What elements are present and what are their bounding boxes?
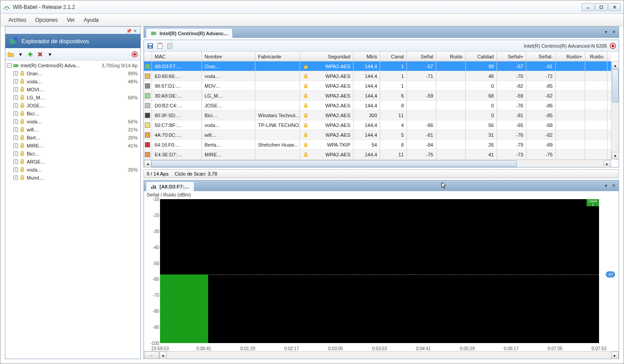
tree-item[interactable]: +Bici… xyxy=(5,110,140,118)
lock-icon xyxy=(19,70,25,77)
expand-icon[interactable]: + xyxy=(13,143,18,148)
menu-ayuda[interactable]: Ayuda xyxy=(79,15,103,25)
grid-row[interactable]: 30:A9:DE:… LG_M… WPA2-AES 144,4 6 -59 68… xyxy=(144,91,611,101)
grid-hscrollbar[interactable]: ◂ ▸ xyxy=(144,160,611,167)
menu-ver[interactable]: Ver xyxy=(62,15,79,25)
minimize-button[interactable] xyxy=(582,3,594,11)
grid-header-seguridad[interactable]: Seguridad xyxy=(300,52,353,61)
adapter-tab[interactable]: Intel(R) Centrino(R) Advanc... xyxy=(146,28,233,38)
tree-root[interactable]: − Intel(R) Centrino(R) Adva... 3,78Seg 9… xyxy=(5,61,140,70)
expand-icon[interactable]: + xyxy=(13,135,18,140)
expand-icon[interactable]: + xyxy=(13,176,18,180)
tree-item[interactable]: +Mund… xyxy=(5,174,140,182)
tab-dropdown-icon[interactable]: ▾ xyxy=(603,29,609,35)
dropdown-icon[interactable]: ▾ xyxy=(17,51,24,58)
expand-icon[interactable]: + xyxy=(13,103,18,108)
tree-item[interactable]: +ARGE… xyxy=(5,158,140,166)
grid-row[interactable]: 98:97:D1:… MOV… WPA2-AES 144,4 1 0 -82 -… xyxy=(144,81,611,91)
expand-icon[interactable]: + xyxy=(13,127,18,132)
tree-item[interactable]: +voda…26% xyxy=(5,166,140,174)
tree-item[interactable]: +MOVI… xyxy=(5,86,140,94)
svg-rect-27 xyxy=(21,169,24,172)
scroll-right-icon[interactable]: ▸ xyxy=(603,160,611,168)
device-tree[interactable]: − Intel(R) Centrino(R) Adva... 3,78Seg 9… xyxy=(5,61,140,359)
vscroll-thumb[interactable] xyxy=(612,69,619,102)
record-icon[interactable] xyxy=(131,51,138,57)
grid-row[interactable]: 80:3F:5D:… Bici… Winstars Technol... WPA… xyxy=(144,110,611,120)
grid-row[interactable]: D0:B2:C4:… JOSE… WPA2-AES 144,4 8 0 -76 … xyxy=(144,101,611,110)
hscroll-thumb[interactable] xyxy=(152,160,517,167)
tree-item[interactable]: +voda…56% xyxy=(5,118,140,126)
clipboard-icon[interactable] xyxy=(156,42,164,49)
chart-tab[interactable]: [A8:D3:F7:… xyxy=(146,181,194,191)
save-icon[interactable] xyxy=(147,42,154,49)
grid-header-mbs[interactable]: Mb/s xyxy=(353,52,380,61)
grid-row[interactable]: A8:D3:F7:… Oran… WPA2-AES 144,4 1 -57 99… xyxy=(144,61,611,71)
tree-item[interactable]: +JOSE… xyxy=(5,102,140,110)
grid-header-canal[interactable]: Canal xyxy=(380,52,407,61)
lock-icon xyxy=(19,110,25,117)
tree-item[interactable]: +voda…48% xyxy=(5,78,140,86)
grid-header-senal[interactable]: Señal xyxy=(407,52,436,61)
chart-hscrollbar[interactable]: − ◂ ▸ xyxy=(144,351,619,359)
menu-opciones[interactable]: Opciones xyxy=(31,15,62,25)
expand-icon[interactable]: + xyxy=(13,87,18,92)
add-icon[interactable] xyxy=(27,51,34,58)
grid-header-mac[interactable]: MAC xyxy=(152,52,202,61)
tab-close-icon[interactable]: ✕ xyxy=(611,29,617,35)
grid-row[interactable]: E4:3E:D7:… MIRE… WPA2-AES 144,4 11 -75 4… xyxy=(144,150,611,160)
expand-icon[interactable]: + xyxy=(13,71,18,76)
panel-close-icon[interactable]: ✕ xyxy=(133,29,139,34)
chart-canvas[interactable]: -57 Canal 1 -10-20-30-40-50-60-70-80-90-… xyxy=(146,199,617,351)
expand-icon[interactable]: + xyxy=(13,151,18,156)
chart-tab-close-icon[interactable]: ✕ xyxy=(611,182,617,188)
expand-icon[interactable]: + xyxy=(13,95,18,100)
scroll-left-icon[interactable]: ◂ xyxy=(144,160,152,168)
pin-icon[interactable]: 📌 xyxy=(126,29,131,34)
chart-scroll-left-icon[interactable]: ◂ xyxy=(159,352,167,359)
menu-archivo[interactable]: Archivo xyxy=(4,15,31,25)
grid-body[interactable]: A8:D3:F7:… Oran… WPA2-AES 144,4 1 -57 99… xyxy=(144,61,611,160)
expand-icon[interactable]: + xyxy=(13,119,18,124)
scroll-up-icon[interactable]: ▴ xyxy=(612,61,619,69)
tree-item[interactable]: +wifi…31% xyxy=(5,126,140,134)
chart-scroll-right-icon[interactable]: ▸ xyxy=(611,352,619,359)
chart-tab-dropdown-icon[interactable]: ▾ xyxy=(603,182,609,188)
grid-row[interactable]: 4A:70:0C:… wifi… WPA2-AES 144,4 5 -81 31… xyxy=(144,130,611,140)
expand-icon[interactable]: + xyxy=(13,168,18,172)
grid-header-nombre[interactable]: Nombre xyxy=(202,52,255,61)
grid-header-ruidop[interactable]: Ruido+ xyxy=(556,52,585,61)
tree-item[interactable]: +Oran…99% xyxy=(5,70,140,78)
explorer-toolbar: ▾ ▾ xyxy=(5,48,140,61)
folder-icon[interactable] xyxy=(7,51,14,58)
grid-header-fabricante[interactable]: Fabricante xyxy=(255,52,300,61)
grid-header-senalm[interactable]: Señal- xyxy=(526,52,556,61)
document-icon[interactable] xyxy=(166,42,173,49)
grid-vscrollbar[interactable]: ▴ ▾ xyxy=(611,61,619,160)
grid-header-ruido[interactable]: Ruido xyxy=(436,52,466,61)
record-icon[interactable] xyxy=(610,43,616,49)
grid-row[interactable]: 50:C7:BF:… voda… TP-LINK TECHNO... WPA2-… xyxy=(144,120,611,130)
maximize-button[interactable] xyxy=(595,3,608,11)
expand-icon[interactable]: + xyxy=(13,160,18,164)
grid-header-calidad[interactable]: Calidad xyxy=(466,52,497,61)
tree-item[interactable]: +LG_M…68% xyxy=(5,94,140,102)
dropdown2-icon[interactable]: ▾ xyxy=(46,51,53,58)
grid-row[interactable]: E0:60:66:… voda… WPA2-AES 144,4 1 -71 48… xyxy=(144,71,611,81)
expand-icon[interactable]: + xyxy=(13,79,18,84)
expand-icon[interactable]: + xyxy=(13,111,18,116)
svg-rect-29 xyxy=(151,32,156,35)
chart-zoom-minus-icon[interactable]: − xyxy=(144,352,159,359)
close-button[interactable] xyxy=(608,3,621,11)
current-signal-line xyxy=(160,274,599,275)
scroll-down-icon[interactable]: ▾ xyxy=(612,152,619,160)
collapse-icon[interactable]: − xyxy=(7,63,12,68)
tree-item[interactable]: +Bert…26% xyxy=(5,134,140,142)
grid-header-ruidom[interactable]: Ruido- xyxy=(585,52,608,61)
grid-row[interactable]: 64:16:F0:… Berta… Shehzhen Huaw... WPA-T… xyxy=(144,140,611,150)
grid-header-color[interactable] xyxy=(144,52,152,61)
grid-header-senalp[interactable]: Señal+ xyxy=(497,52,526,61)
delete-icon[interactable] xyxy=(37,51,44,58)
tree-item[interactable]: +Bici… xyxy=(5,150,140,158)
tree-item[interactable]: +MIRE…41% xyxy=(5,142,140,150)
